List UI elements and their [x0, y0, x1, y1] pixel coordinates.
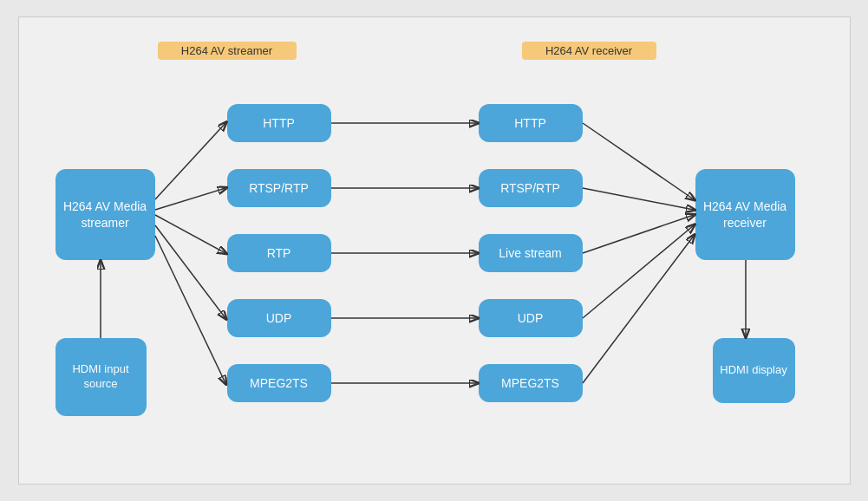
live-stream-box: Live stream	[479, 234, 583, 272]
svg-line-1	[155, 123, 225, 199]
svg-line-13	[583, 215, 694, 253]
svg-line-12	[583, 188, 694, 210]
mpeg2ts-left-box: MPEG2TS	[227, 364, 331, 402]
svg-line-4	[155, 225, 225, 318]
svg-line-11	[583, 123, 694, 199]
svg-line-3	[155, 215, 225, 253]
h264-receiver-box: H264 AV Media receiver	[695, 169, 795, 260]
h264-streamer-box: H264 AV Media streamer	[55, 169, 155, 260]
http-right-box: HTTP	[479, 104, 583, 142]
udp-left-box: UDP	[227, 299, 331, 337]
diagram: H264 AV streamer H264 AV receiver HDMI i…	[18, 16, 851, 485]
svg-line-14	[583, 225, 694, 318]
svg-line-5	[155, 236, 225, 383]
hdmi-display-box: HDMI display	[713, 338, 795, 403]
streamer-label: H264 AV streamer	[158, 42, 297, 60]
rtsp-rtp-right-box: RTSP/RTP	[479, 169, 583, 207]
svg-line-15	[583, 236, 694, 383]
receiver-label: H264 AV receiver	[522, 42, 656, 60]
svg-line-2	[155, 188, 225, 210]
rtsp-rtp-left-box: RTSP/RTP	[227, 169, 331, 207]
mpeg2ts-right-box: MPEG2TS	[479, 364, 583, 402]
hdmi-source-box: HDMI input source	[55, 338, 147, 416]
udp-right-box: UDP	[479, 299, 583, 337]
http-left-box: HTTP	[227, 104, 331, 142]
rtp-left-box: RTP	[227, 234, 331, 272]
